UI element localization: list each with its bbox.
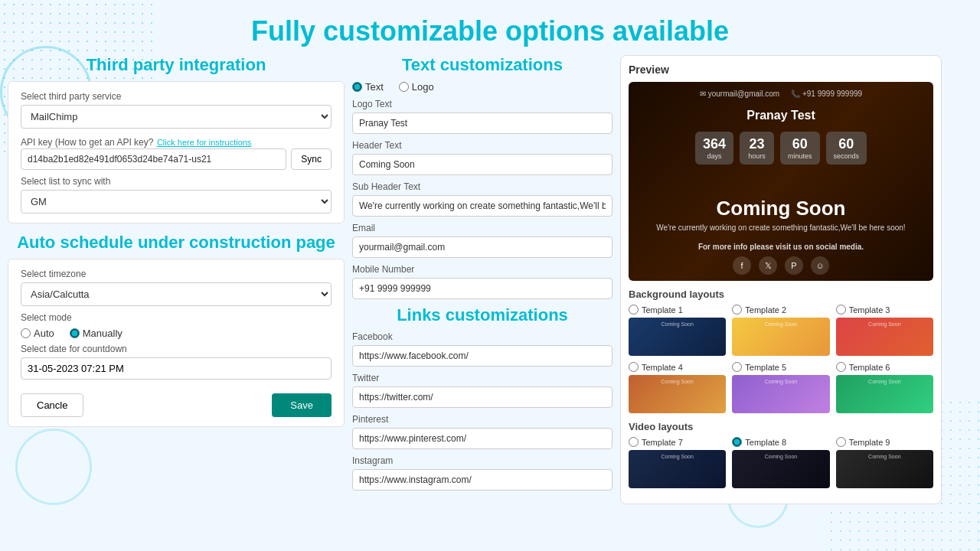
pinterest-group: Pinterest xyxy=(352,414,612,449)
mobile-input[interactable] xyxy=(352,278,612,299)
sub-header-label: Sub Header Text xyxy=(352,181,612,192)
pinterest-input[interactable] xyxy=(352,428,612,449)
template-item-1: Template 1 Coming Soon xyxy=(629,305,726,356)
logo-radio[interactable] xyxy=(399,82,409,92)
timezone-select[interactable]: Asia/Calcutta xyxy=(21,282,332,306)
instagram-label: Instagram xyxy=(352,455,612,466)
instagram-group: Instagram xyxy=(352,455,612,491)
cancel-button[interactable]: Cancle xyxy=(21,393,83,417)
template-item-9: Template 9 Coming Soon xyxy=(836,437,933,488)
third-party-title: Third party integration xyxy=(8,55,345,75)
twitter-group: Twitter xyxy=(352,373,612,408)
api-key-input[interactable] xyxy=(21,148,286,170)
coming-soon-text: Coming Soon xyxy=(717,197,846,220)
text-radio-text: Text xyxy=(365,81,384,93)
service-select[interactable]: MailChimp xyxy=(21,105,332,129)
auto-schedule-card: Select timezone Asia/Calcutta Select mod… xyxy=(8,259,345,427)
preview-subtitle: We're currently working on create someth… xyxy=(641,223,920,232)
sub-header-group: Sub Header Text xyxy=(352,181,612,217)
preview-panel: Preview ✉ yourmail@gmail.com 📞 +91 9999 … xyxy=(620,55,942,504)
social-icons-row: f 𝕏 P ☺ xyxy=(733,256,829,275)
pinterest-label: Pinterest xyxy=(352,414,612,425)
template-8-radio[interactable] xyxy=(732,437,742,447)
mode-label: Select mode xyxy=(21,312,332,323)
template-6-radio[interactable] xyxy=(836,362,846,372)
template-1-radio[interactable] xyxy=(629,305,639,315)
third-party-section: Third party integration Select third par… xyxy=(8,55,345,223)
template-7-label: Template 7 xyxy=(642,438,683,447)
preview-email-icon: ✉ yourmail@gmail.com xyxy=(700,90,779,98)
template-4-radio[interactable] xyxy=(629,362,639,372)
template-item-3: Template 3 Coming Soon xyxy=(836,305,933,356)
template-item-2: Template 2 Coming Soon xyxy=(732,305,829,356)
video-layouts-header: Video layouts xyxy=(629,421,933,432)
template-4-label: Template 4 xyxy=(642,363,683,372)
logo-radio-text: Logo xyxy=(412,81,434,93)
sync-button[interactable]: Sync xyxy=(291,148,332,170)
mode-auto-text: Auto xyxy=(34,328,54,339)
mode-auto-label[interactable]: Auto xyxy=(21,328,54,339)
template-5-radio[interactable] xyxy=(732,362,742,372)
countdown-row: 364 days 23 hours 60 minutes 60 seconds xyxy=(695,132,867,165)
mode-auto-radio[interactable] xyxy=(21,328,31,338)
template-4-thumb[interactable]: Coming Soon xyxy=(629,375,726,413)
template-2-radio[interactable] xyxy=(732,305,742,315)
header-text-input[interactable] xyxy=(352,154,612,175)
template-8-thumb[interactable]: Coming Soon xyxy=(732,450,829,488)
template-2-thumb[interactable]: Coming Soon xyxy=(732,318,829,356)
preview-image: ✉ yourmail@gmail.com 📞 +91 9999 999999 P… xyxy=(629,82,933,281)
template-9-thumb[interactable]: Coming Soon xyxy=(836,450,933,488)
sub-header-input[interactable] xyxy=(352,195,612,217)
facebook-input[interactable] xyxy=(352,345,612,367)
template-7-radio[interactable] xyxy=(629,437,639,447)
facebook-label: Facebook xyxy=(352,331,612,342)
email-input[interactable] xyxy=(352,236,612,258)
third-party-card: Select third party service MailChimp API… xyxy=(8,81,345,223)
list-select[interactable]: GM xyxy=(21,190,332,214)
twitter-input[interactable] xyxy=(352,386,612,408)
save-button[interactable]: Save xyxy=(272,393,332,417)
left-panel: Third party integration Select third par… xyxy=(8,55,345,504)
text-radio[interactable] xyxy=(352,82,362,92)
countdown-seconds: 60 seconds xyxy=(826,132,867,165)
logo-radio-label[interactable]: Logo xyxy=(399,81,434,93)
template-3-label: Template 3 xyxy=(849,305,890,315)
preview-name: Pranay Test xyxy=(746,109,815,122)
template-5-thumb[interactable]: Coming Soon xyxy=(732,375,829,413)
instagram-input[interactable] xyxy=(352,469,612,491)
middle-panel: Text customizations Text Logo Logo Text … xyxy=(352,55,612,504)
mode-manually-label[interactable]: Manually xyxy=(70,328,122,339)
auto-schedule-section: Auto schedule under construction page Se… xyxy=(8,233,345,427)
template-9-radio[interactable] xyxy=(836,437,846,447)
template-8-label: Template 8 xyxy=(745,438,786,447)
text-customizations-title: Text customizations xyxy=(352,55,612,75)
template-7-thumb[interactable]: Coming Soon xyxy=(629,450,726,488)
mode-radio-group: Auto Manually xyxy=(21,328,332,339)
countdown-days: 364 days xyxy=(695,132,733,165)
template-3-thumb[interactable]: Coming Soon xyxy=(836,318,933,356)
background-template-grid: Template 1 Coming Soon Template 2 Coming… xyxy=(629,305,933,413)
service-label: Select third party service xyxy=(21,91,332,102)
logo-text-group: Logo Text xyxy=(352,99,612,134)
template-6-thumb[interactable]: Coming Soon xyxy=(836,375,933,413)
page-title: Fully customizable options available xyxy=(0,0,980,55)
mobile-label: Mobile Number xyxy=(352,264,612,275)
header-text-group: Header Text xyxy=(352,140,612,175)
api-key-label: API key (How to get an API key? xyxy=(21,137,153,148)
instagram-social-icon: ☺ xyxy=(811,256,829,275)
button-row: Cancle Save xyxy=(21,393,332,417)
date-input[interactable] xyxy=(21,357,332,380)
mobile-group: Mobile Number xyxy=(352,264,612,299)
logo-text-label: Logo Text xyxy=(352,99,612,109)
preview-title: Preview xyxy=(629,64,933,76)
text-radio-label[interactable]: Text xyxy=(352,81,384,93)
template-1-thumb[interactable]: Coming Soon xyxy=(629,318,726,356)
template-3-radio[interactable] xyxy=(836,305,846,315)
mode-manually-radio[interactable] xyxy=(70,328,80,338)
video-template-grid: Template 7 Coming Soon Template 8 Coming… xyxy=(629,437,933,488)
template-2-label: Template 2 xyxy=(745,305,786,315)
logo-text-input[interactable] xyxy=(352,112,612,134)
text-customizations-section: Text customizations Text Logo Logo Text … xyxy=(352,55,612,299)
api-key-link[interactable]: Click here for instructions xyxy=(157,138,252,147)
text-logo-radio-row: Text Logo xyxy=(352,81,612,93)
